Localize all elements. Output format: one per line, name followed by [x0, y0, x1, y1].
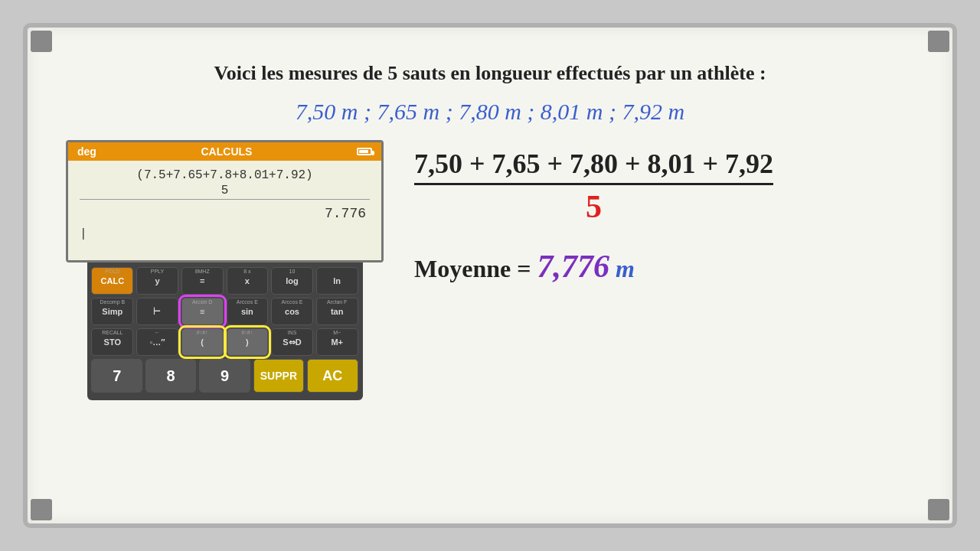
battery-icon: [357, 148, 372, 155]
corner-br: [928, 499, 949, 520]
button-row-4: 7 8 9 SUPPR AC: [92, 359, 358, 393]
degree-btn[interactable]: ← ◦…″: [136, 328, 178, 356]
swap-btn[interactable]: INS S⇔D: [271, 328, 313, 356]
calc-result: 7.776: [80, 206, 370, 221]
calc-cursor: |: [80, 227, 370, 241]
calc-btn[interactable]: POLD CALC: [91, 267, 133, 295]
log-btn[interactable]: 10 log: [271, 267, 313, 295]
button-row-1: POLD CALC PPLY y 8MHZ = 8 x x: [92, 267, 358, 295]
equals-btn[interactable]: 8MHZ =: [181, 267, 224, 295]
expression-denominator: 5: [80, 184, 370, 197]
measurements-text: 7,50 m ; 7,65 m ; 7,80 m ; 8,01 m ; 7,92…: [66, 99, 914, 125]
fraction: 7,50 + 7,65 + 7,80 + 8,01 + 7,92 5: [414, 148, 773, 225]
calculator-section: deg CALCULS (7.5+7.65+7.8+8.01+7.92) 5 7…: [66, 140, 384, 400]
tan-btn[interactable]: Arctan F tan: [316, 298, 358, 325]
mplus-btn[interactable]: M− M+: [316, 328, 358, 356]
main-heading: Voici les mesures de 5 sauts en longueur…: [66, 62, 914, 85]
corner-tl: [31, 31, 52, 52]
screen-content: (7.5+7.65+7.8+8.01+7.92) 5 7.776 |: [68, 161, 381, 260]
screen-title: CALCULS: [201, 145, 253, 158]
fraction-line: [414, 183, 773, 185]
sto-btn[interactable]: RECALL STO: [91, 328, 133, 356]
content-row: deg CALCULS (7.5+7.65+7.8+8.01+7.92) 5 7…: [66, 140, 914, 400]
button-row-2: Decomp B Simp ⊢ Arcsin D ≡ Arccos E sin …: [92, 298, 358, 325]
moyenne-value: 7,776: [537, 249, 609, 284]
calculator-screen: deg CALCULS (7.5+7.65+7.8+8.01+7.92) 5 7…: [66, 140, 384, 262]
simp-btn[interactable]: Decomp B Simp: [91, 298, 133, 325]
expression-numerator: (7.5+7.65+7.8+8.01+7.92): [80, 168, 370, 182]
calculator-buttons: POLD CALC PPLY y 8MHZ = 8 x x: [87, 262, 363, 400]
btn-7[interactable]: 7: [91, 359, 142, 393]
suppr-btn[interactable]: SUPPR: [253, 359, 304, 393]
moyenne-label: Moyenne =: [414, 255, 531, 282]
sin-btn[interactable]: Arccos E sin: [227, 298, 269, 325]
corner-bl: [31, 499, 52, 520]
deg-label: deg: [77, 145, 96, 158]
open-paren-btn[interactable]: #↑#↑ (: [181, 328, 224, 356]
math-section: 7,50 + 7,65 + 7,80 + 8,01 + 7,92 5 Moyen…: [414, 140, 914, 285]
moyenne-text: Moyenne = 7,776 m: [414, 248, 635, 285]
ln-btn[interactable]: ln: [316, 267, 358, 295]
btn-8[interactable]: 8: [145, 359, 196, 393]
calc-expression: (7.5+7.65+7.8+8.01+7.92) 5: [80, 168, 370, 200]
close-paren-btn[interactable]: #↑#↑ ): [227, 328, 269, 356]
button-row-3: RECALL STO ← ◦…″ #↑#↑ ( #↑#↑ ): [92, 328, 358, 356]
whiteboard: Voici les mesures de 5 sauts en longueur…: [23, 23, 957, 528]
y-btn[interactable]: PPLY y: [136, 267, 178, 295]
cos-btn[interactable]: Arccos E cos: [271, 298, 313, 325]
btn-9[interactable]: 9: [199, 359, 250, 393]
pipe-btn[interactable]: ⊢: [136, 298, 178, 325]
ac-btn[interactable]: AC: [307, 359, 358, 393]
x-btn[interactable]: 8 x x: [227, 267, 269, 295]
fraction-denominator: 5: [586, 188, 602, 225]
fraction-btn[interactable]: Arcsin D ≡: [181, 298, 224, 325]
moyenne-unit-text: m: [616, 255, 635, 282]
screen-header: deg CALCULS: [68, 142, 381, 161]
fraction-numerator: 7,50 + 7,65 + 7,80 + 8,01 + 7,92: [414, 148, 773, 180]
corner-tr: [928, 31, 949, 52]
